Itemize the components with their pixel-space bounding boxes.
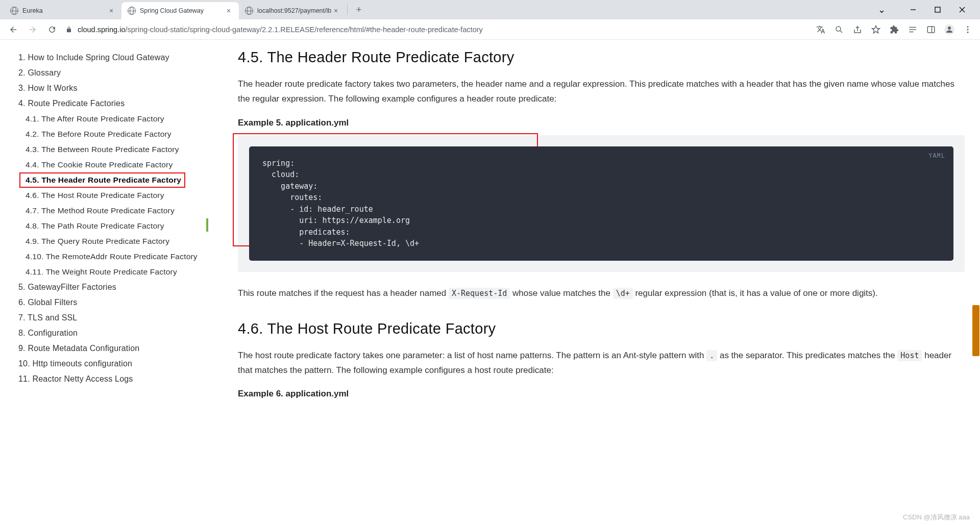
url-path: /spring-cloud-static/spring-cloud-gatewa… bbox=[126, 26, 483, 34]
close-icon[interactable]: × bbox=[225, 7, 233, 15]
tab-localhost[interactable]: localhost:9527/payment/lb × bbox=[239, 2, 346, 19]
paragraph: This route matches if the request has a … bbox=[238, 286, 965, 301]
toc-item[interactable]: 4.6. The Host Route Predicate Factory bbox=[18, 188, 210, 203]
tab-separator bbox=[347, 5, 348, 15]
svg-point-14 bbox=[967, 31, 969, 33]
example-title: Example 6. application.yml bbox=[238, 389, 965, 399]
watermark: CSDN @清风微凉 aaa bbox=[903, 513, 970, 522]
tab-eureka[interactable]: Eureka × bbox=[4, 2, 121, 19]
back-button[interactable] bbox=[7, 23, 19, 36]
svg-point-12 bbox=[967, 26, 969, 28]
svg-rect-9 bbox=[927, 27, 935, 33]
inline-code: . bbox=[706, 350, 717, 361]
bookmark-icon[interactable] bbox=[871, 24, 881, 35]
tab-title: localhost:9527/payment/lb bbox=[257, 7, 331, 14]
close-icon[interactable]: × bbox=[332, 7, 340, 15]
toc-item[interactable]: 4.11. The Weight Route Predicate Factory bbox=[18, 264, 210, 280]
translate-icon[interactable] bbox=[816, 24, 826, 35]
svg-point-4 bbox=[836, 27, 841, 31]
code-language-label: YAML bbox=[928, 152, 945, 161]
svg-rect-1 bbox=[935, 7, 940, 12]
code-example-block: YAML spring: cloud: gateway: routes: - i… bbox=[238, 135, 965, 272]
new-tab-button[interactable]: + bbox=[352, 3, 366, 17]
zoom-icon[interactable] bbox=[834, 24, 844, 35]
toc-item[interactable]: 4.4. The Cookie Route Predicate Factory bbox=[18, 157, 210, 172]
browser-tab-strip: Eureka × Spring Cloud Gateway × localhos… bbox=[0, 0, 980, 19]
share-icon[interactable] bbox=[852, 24, 863, 35]
minimize-icon[interactable] bbox=[905, 2, 921, 17]
globe-icon bbox=[245, 7, 253, 15]
toc-item[interactable]: 4.7. The Method Route Predicate Factory bbox=[18, 203, 210, 218]
toc-item[interactable]: 4.3. The Between Route Predicate Factory bbox=[18, 142, 210, 157]
reload-button[interactable] bbox=[46, 23, 58, 36]
toc-item[interactable]: 11. Reactor Netty Access Logs bbox=[18, 371, 210, 387]
paragraph: The header route predicate factory takes… bbox=[238, 77, 965, 107]
toc-item[interactable]: 4.5. The Header Route Predicate Factory bbox=[19, 172, 185, 188]
current-section-marker bbox=[206, 218, 208, 232]
toc-item[interactable]: 8. Configuration bbox=[18, 326, 210, 341]
toc-item[interactable]: 4.8. The Path Route Predicate Factory bbox=[18, 218, 210, 234]
globe-icon bbox=[10, 7, 18, 15]
forward-button[interactable] bbox=[27, 23, 39, 36]
url-host: cloud.spring.io bbox=[78, 26, 126, 34]
browser-toolbar: cloud.spring.io/spring-cloud-static/spri… bbox=[0, 19, 980, 40]
inline-code: \d+ bbox=[613, 288, 633, 299]
section-heading-4-5: 4.5. The Header Route Predicate Factory bbox=[238, 49, 965, 66]
profile-avatar[interactable] bbox=[944, 24, 954, 35]
toc-item[interactable]: 6. Global Filters bbox=[18, 295, 210, 310]
toc-item[interactable]: 2. Glossary bbox=[18, 65, 210, 81]
tab-spring-cloud-gateway[interactable]: Spring Cloud Gateway × bbox=[121, 2, 239, 19]
tab-title: Spring Cloud Gateway bbox=[140, 7, 204, 14]
code-block: YAML spring: cloud: gateway: routes: - i… bbox=[249, 146, 953, 261]
close-window-icon[interactable] bbox=[954, 2, 970, 17]
toc-item[interactable]: 10. Http timeouts configuration bbox=[18, 356, 210, 371]
toc-sidebar[interactable]: 1. How to Include Spring Cloud Gateway2.… bbox=[0, 40, 220, 525]
window-controls: ⌄ bbox=[874, 2, 976, 17]
chevron-down-icon[interactable]: ⌄ bbox=[874, 2, 889, 17]
address-bar[interactable]: cloud.spring.io/spring-cloud-static/spri… bbox=[65, 26, 808, 34]
toc-item[interactable]: 7. TLS and SSL bbox=[18, 310, 210, 326]
tab-title: Eureka bbox=[22, 7, 43, 14]
sidepanel-icon[interactable] bbox=[926, 24, 936, 35]
svg-point-11 bbox=[948, 27, 951, 30]
close-icon[interactable]: × bbox=[107, 7, 115, 15]
toc-item[interactable]: 1. How to Include Spring Cloud Gateway bbox=[18, 50, 210, 65]
toc-item[interactable]: 4.2. The Before Route Predicate Factory bbox=[18, 127, 210, 142]
reading-list-icon[interactable] bbox=[908, 24, 918, 35]
main-content[interactable]: 4.5. The Header Route Predicate Factory … bbox=[220, 40, 980, 525]
toc-item[interactable]: 5. GatewayFilter Factories bbox=[18, 280, 210, 295]
globe-icon bbox=[128, 7, 136, 15]
svg-point-13 bbox=[967, 29, 969, 30]
toc-item[interactable]: 4.1. The After Route Predicate Factory bbox=[18, 111, 210, 127]
code-content: spring: cloud: gateway: routes: - id: he… bbox=[262, 158, 940, 249]
scrollbar-thumb[interactable] bbox=[972, 305, 979, 356]
inline-code: X-Request-Id bbox=[449, 288, 510, 299]
toc-item[interactable]: 4. Route Predicate Factories bbox=[18, 96, 210, 111]
menu-icon[interactable] bbox=[963, 24, 973, 35]
maximize-icon[interactable] bbox=[930, 2, 945, 17]
extensions-icon[interactable] bbox=[889, 24, 899, 35]
toolbar-icons bbox=[816, 24, 973, 35]
example-title: Example 5. application.yml bbox=[238, 118, 965, 128]
toc-item[interactable]: 3. How It Works bbox=[18, 81, 210, 96]
toc-item[interactable]: 4.10. The RemoteAddr Route Predicate Fac… bbox=[18, 249, 210, 264]
lock-icon bbox=[65, 26, 72, 33]
paragraph: The host route predicate factory takes o… bbox=[238, 348, 965, 378]
section-heading-4-6: 4.6. The Host Route Predicate Factory bbox=[238, 320, 965, 337]
toc-item[interactable]: 4.9. The Query Route Predicate Factory bbox=[18, 234, 210, 249]
svg-line-5 bbox=[840, 31, 842, 33]
toc-item[interactable]: 9. Route Metadata Configuration bbox=[18, 341, 210, 356]
inline-code: Host bbox=[897, 350, 922, 361]
